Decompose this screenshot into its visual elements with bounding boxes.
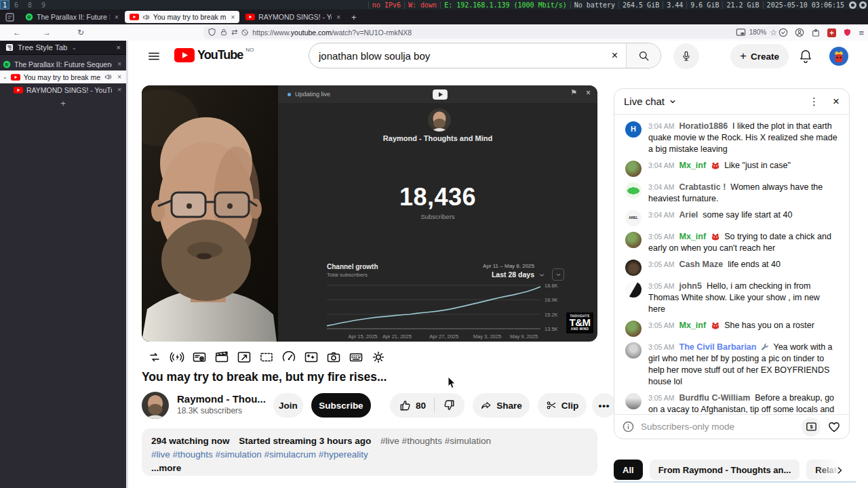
settings-icon[interactable] (371, 350, 386, 365)
like-button[interactable]: 80 (391, 399, 434, 411)
browser-tab[interactable]: The Parallax II: Future Seq× (20, 11, 123, 23)
chat-message[interactable]: 3:05 AMjohn5Hello, i am checking in from… (614, 278, 849, 317)
chat-message[interactable]: 3:05 AMThe Civil BarbarianYea work with … (614, 339, 849, 390)
sidebar-close-icon[interactable]: × (117, 43, 121, 52)
chat-message[interactable]: 3:05 AMMx_infShe has you on a roster (614, 317, 849, 339)
search-button[interactable] (626, 43, 660, 68)
tab-close-icon[interactable]: × (231, 14, 235, 21)
workspace-button[interactable]: 8 (23, 0, 37, 9)
tst-tab[interactable]: RAYMOND SINGS! - YouTube× (0, 83, 126, 96)
voice-search-button[interactable] (673, 43, 699, 69)
more-actions-button[interactable]: ••• (592, 393, 616, 418)
extension-red-icon[interactable] (827, 28, 836, 37)
chips-scroll-right-icon[interactable] (835, 466, 844, 475)
chat-message[interactable]: ARIEL3:04 AMArielsome say life start at … (614, 207, 849, 228)
chat-message[interactable]: H3:04 AMHoratio1886I liked the plot in t… (614, 118, 849, 157)
keyboard-shortcuts-icon[interactable] (349, 350, 363, 365)
subscribe-button[interactable]: Subscribe (311, 393, 371, 418)
cinema-mode-icon[interactable] (214, 350, 229, 365)
chat-message[interactable]: 3:05 AMMx_infSo trying to date a chick a… (614, 228, 849, 256)
message-author[interactable]: Cash Maze (679, 260, 724, 269)
enhance-icon[interactable] (304, 350, 319, 365)
video-preview-icon[interactable] (192, 350, 207, 365)
superchat-button[interactable]: $ (802, 418, 821, 436)
zoom-level[interactable]: 180% (749, 28, 767, 36)
tab-close-icon[interactable]: × (115, 14, 119, 21)
create-button[interactable]: + Create (730, 44, 789, 68)
avatar[interactable] (625, 393, 642, 409)
forward-button[interactable]: → (39, 28, 54, 37)
chat-mode-chevron-icon[interactable] (669, 98, 677, 106)
extensions-puzzle-icon[interactable] (811, 28, 821, 37)
desc-tags-muted[interactable]: #live #thoughts #simulation (380, 436, 491, 446)
range-chevron-icon[interactable] (538, 272, 545, 279)
tst-tab-close-icon[interactable]: × (115, 73, 123, 81)
resize-player-icon[interactable] (237, 350, 252, 365)
container-swap-icon[interactable]: ⇄ (231, 28, 237, 37)
avatar[interactable] (625, 260, 642, 276)
chat-message[interactable]: 3:05 AMCash Mazelife ends at 40 (614, 256, 849, 278)
avatar[interactable] (625, 321, 642, 337)
notifications-bell-icon[interactable] (798, 49, 813, 64)
video-player[interactable]: Updating live ⚑ × Raymond - Thoughts and… (142, 85, 597, 342)
tab-audio-icon[interactable] (104, 73, 112, 81)
chat-message[interactable]: 3:05 AMBurdflu C-WilliamBefore a breakup… (614, 390, 849, 415)
sidebar-extension-icon[interactable] (778, 28, 788, 37)
message-author[interactable]: Crabtastic ! (679, 182, 726, 192)
message-author[interactable]: Burdflu C-William (679, 393, 751, 403)
more-link[interactable]: ...more (151, 462, 588, 475)
workspace-button[interactable]: 6 (9, 0, 23, 9)
message-author[interactable]: Mx_inf (679, 232, 707, 241)
chat-kebab-icon[interactable]: ⋮ (809, 96, 819, 108)
message-author[interactable]: Ariel (679, 210, 698, 220)
tst-tab-close-icon[interactable]: × (115, 86, 123, 94)
message-author[interactable]: john5 (679, 281, 702, 291)
chart-collapse-button[interactable] (552, 268, 564, 281)
sidebar-switcher-chevron-icon[interactable]: ⌄ (72, 44, 77, 51)
browser-tab[interactable]: RAYMOND SINGS! - YouTu× (241, 11, 345, 23)
tab-manager-icon[interactable] (5, 13, 14, 22)
tracking-shield-icon[interactable] (208, 28, 216, 37)
flag-icon[interactable]: ⚑ (570, 88, 577, 97)
share-button[interactable]: Share (473, 393, 530, 418)
chat-message[interactable]: 3:04 AMCrabtastic !Women always have the… (614, 179, 849, 207)
message-author[interactable]: Mx_inf (679, 161, 707, 170)
guide-hamburger-icon[interactable] (147, 49, 161, 63)
channel-avatar[interactable] (142, 392, 169, 419)
tst-tab[interactable]: ⌄You may try to break me, but my fire ri… (0, 70, 126, 83)
browser-tab[interactable]: You may try to break m× (125, 11, 239, 23)
channel-name[interactable]: Raymond - Thou... (177, 393, 266, 405)
avatar[interactable]: ARIEL (625, 210, 642, 226)
bookmark-star-icon[interactable]: ☆ (770, 28, 777, 37)
account-avatar[interactable] (829, 47, 848, 66)
message-author[interactable]: Mx_inf (679, 321, 707, 330)
desc-tags-links[interactable]: #live #thoughts #simulation #simulacrum … (151, 448, 588, 462)
avatar[interactable] (625, 281, 642, 298)
playback-speed-icon[interactable] (281, 350, 296, 365)
dislike-button[interactable] (435, 399, 463, 411)
chat-message-list[interactable]: H3:04 AMHoratio1886I liked the plot in t… (614, 114, 849, 415)
account-icon[interactable] (795, 28, 804, 37)
chart-range-selector[interactable]: Last 28 days (492, 270, 534, 279)
tab-close-icon[interactable]: × (336, 14, 340, 21)
app-menu-icon[interactable]: ≡ (859, 28, 864, 38)
screenshot-icon[interactable] (326, 350, 341, 365)
frame-select-icon[interactable] (259, 350, 274, 365)
broadcast-icon[interactable] (170, 350, 184, 365)
reload-button[interactable]: ↻ (73, 28, 88, 37)
description-box[interactable]: 294 watching now Started streaming 3 hou… (142, 428, 597, 476)
search-input[interactable] (309, 50, 604, 62)
permissions-blocked-icon[interactable] (241, 28, 249, 37)
join-button[interactable]: Join (273, 393, 303, 418)
picture-in-picture-icon[interactable] (736, 27, 746, 37)
adblock-shield-icon[interactable] (843, 28, 852, 37)
chat-message[interactable]: 3:04 AMMx_infLike "just in case" (614, 157, 849, 179)
message-author[interactable]: The Civil Barbarian (679, 342, 757, 352)
lock-icon[interactable] (220, 28, 228, 37)
avatar[interactable] (625, 182, 642, 199)
message-author[interactable]: Horatio1886 (679, 121, 728, 131)
tst-tab-close-icon[interactable]: × (115, 60, 123, 68)
chat-close-icon[interactable]: × (833, 95, 840, 108)
avatar[interactable] (625, 342, 642, 359)
heart-icon[interactable] (827, 420, 841, 433)
